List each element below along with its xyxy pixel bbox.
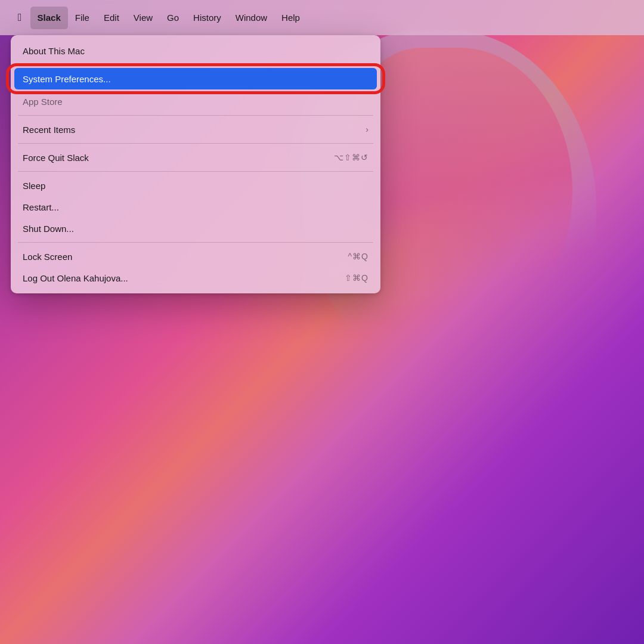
menu-separator-4 bbox=[18, 171, 373, 172]
menubar-file-label: File bbox=[75, 13, 89, 23]
menubar-item-view[interactable]: View bbox=[126, 7, 160, 29]
shutdown-label: Shut Down... bbox=[23, 224, 74, 234]
apple-logo-icon:  bbox=[18, 11, 22, 24]
menubar-item-edit[interactable]: Edit bbox=[97, 7, 126, 29]
menubar:  Slack File Edit View Go History Window… bbox=[0, 0, 644, 35]
menu-separator-2 bbox=[18, 115, 373, 116]
menubar-item-file[interactable]: File bbox=[68, 7, 97, 29]
menubar-item-slack[interactable]: Slack bbox=[30, 7, 68, 29]
logout-shortcut: ⇧⌘Q bbox=[345, 273, 369, 283]
menubar-go-label: Go bbox=[167, 13, 179, 23]
menu-item-restart[interactable]: Restart... bbox=[11, 196, 380, 218]
restart-label: Restart... bbox=[23, 202, 59, 212]
chevron-right-icon: › bbox=[366, 125, 369, 134]
system-prefs-label: System Preferences... bbox=[23, 74, 111, 84]
lock-screen-shortcut: ^⌘Q bbox=[348, 252, 369, 261]
recent-items-label: Recent Items bbox=[23, 125, 75, 135]
menu-item-shutdown[interactable]: Shut Down... bbox=[11, 218, 380, 239]
menu-separator-1 bbox=[18, 64, 373, 65]
menu-item-app-store[interactable]: App Store bbox=[11, 91, 380, 112]
app-store-label: App Store bbox=[23, 97, 63, 107]
menu-separator-3 bbox=[18, 143, 373, 144]
logout-label: Log Out Olena Kahujova... bbox=[23, 273, 128, 283]
apple-dropdown-menu: About This Mac System Preferences... App… bbox=[11, 35, 380, 293]
menu-item-system-preferences[interactable]: System Preferences... bbox=[14, 68, 377, 89]
menubar-item-go[interactable]: Go bbox=[160, 7, 186, 29]
menu-item-force-quit[interactable]: Force Quit Slack ⌥⇧⌘↺ bbox=[11, 147, 380, 168]
menu-separator-5 bbox=[18, 242, 373, 243]
menubar-window-label: Window bbox=[236, 13, 267, 23]
apple-menu-button[interactable]:  bbox=[10, 7, 30, 29]
menubar-item-window[interactable]: Window bbox=[228, 7, 274, 29]
menu-item-recent-items[interactable]: Recent Items › bbox=[11, 119, 380, 140]
menubar-item-history[interactable]: History bbox=[186, 7, 228, 29]
menubar-view-label: View bbox=[134, 13, 153, 23]
sleep-label: Sleep bbox=[23, 181, 45, 191]
menubar-edit-label: Edit bbox=[104, 13, 119, 23]
menubar-help-label: Help bbox=[281, 13, 300, 23]
about-label: About This Mac bbox=[23, 46, 85, 56]
force-quit-shortcut: ⌥⇧⌘↺ bbox=[334, 153, 369, 162]
menu-item-sleep[interactable]: Sleep bbox=[11, 175, 380, 196]
menubar-item-help[interactable]: Help bbox=[274, 7, 307, 29]
menu-item-about[interactable]: About This Mac bbox=[11, 40, 380, 61]
menubar-history-label: History bbox=[193, 13, 221, 23]
force-quit-label: Force Quit Slack bbox=[23, 153, 89, 163]
menu-item-logout[interactable]: Log Out Olena Kahujova... ⇧⌘Q bbox=[11, 267, 380, 289]
menubar-slack-label: Slack bbox=[38, 13, 61, 23]
menu-item-lock-screen[interactable]: Lock Screen ^⌘Q bbox=[11, 246, 380, 267]
system-prefs-wrapper: System Preferences... bbox=[11, 68, 380, 89]
lock-screen-label: Lock Screen bbox=[23, 252, 72, 262]
